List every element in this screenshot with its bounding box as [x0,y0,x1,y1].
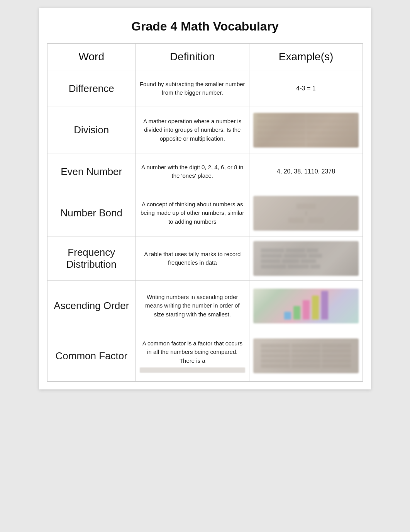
example-cell-0: 4-3 = 1 [249,70,363,107]
table-row: DivisionA mather operation where a numbe… [47,107,363,153]
example-cell-1 [249,107,363,153]
word-cell-6: Common Factor [47,331,136,381]
example-cell-4 [249,236,363,281]
example-cell-6 [249,331,363,381]
col-header-examples: Example(s) [249,43,363,70]
table-row: DifferenceFound by subtracting the small… [47,70,363,107]
vocab-definition: A common factor is a factor that occurs … [142,340,242,364]
def-cell-2: A number with the digit 0, 2, 4, 6, or 8… [136,153,249,190]
vocab-word: Frequency Distribution [66,246,117,270]
col-header-definition: Definition [136,43,249,70]
example-cell-3 [249,190,363,236]
vocab-example-text: 4, 20, 38, 1110, 2378 [277,168,335,175]
vocab-definition: Found by subtracting the smaller number … [140,81,245,96]
division-example-image [253,113,359,148]
vocab-word: Number Bond [61,207,122,219]
vocab-word: Even Number [61,166,122,177]
word-cell-5: Ascending Order [47,281,136,331]
vocab-definition: A table that uses tally marks to record … [144,251,241,266]
table-row: Number BondA concept of thinking about n… [47,190,363,236]
common-factor-example-image [253,338,359,373]
def-cell-0: Found by subtracting the smaller number … [136,70,249,107]
vocab-example-text: 4-3 = 1 [296,85,315,92]
def-cell-4: A table that uses tally marks to record … [136,236,249,281]
word-cell-1: Division [47,107,136,153]
table-row: Ascending OrderWriting numbers in ascend… [47,281,363,331]
table-row: Common FactorA common factor is a factor… [47,331,363,381]
number-bond-example-image [253,196,359,231]
page-container: Grade 4 Math Vocabulary Word Definition … [39,8,371,389]
word-cell-4: Frequency Distribution [47,236,136,281]
vocab-definition: A mather operation where a number is div… [143,118,241,142]
def-cell-1: A mather operation where a number is div… [136,107,249,153]
vocab-word: Ascending Order [54,300,129,311]
col-header-word: Word [47,43,136,70]
table-row: Frequency DistributionA table that uses … [47,236,363,281]
def-cell-5: Writing numbers in ascending order means… [136,281,249,331]
vocab-definition: A number with the digit 0, 2, 4, 6, or 8… [141,164,243,179]
def-cell-6: A common factor is a factor that occurs … [136,331,249,381]
vocab-word: Common Factor [56,350,127,362]
word-cell-3: Number Bond [47,190,136,236]
vocab-word: Difference [69,83,114,94]
vocab-definition: A concept of thinking about numbers as b… [141,201,244,225]
table-row: Even NumberA number with the digit 0, 2,… [47,153,363,190]
vocab-definition: Writing numbers in ascending order means… [145,294,239,318]
frequency-distribution-example-image [253,241,359,276]
page-title: Grade 4 Math Vocabulary [47,19,363,34]
vocab-word: Division [74,124,109,136]
vocab-table: Word Definition Example(s) DifferenceFou… [47,43,363,382]
ascending-order-example-image [253,289,359,323]
example-cell-2: 4, 20, 38, 1110, 2378 [249,153,363,190]
word-cell-2: Even Number [47,153,136,190]
def-cell-3: A concept of thinking about numbers as b… [136,190,249,236]
word-cell-0: Difference [47,70,136,107]
example-cell-5 [249,281,363,331]
